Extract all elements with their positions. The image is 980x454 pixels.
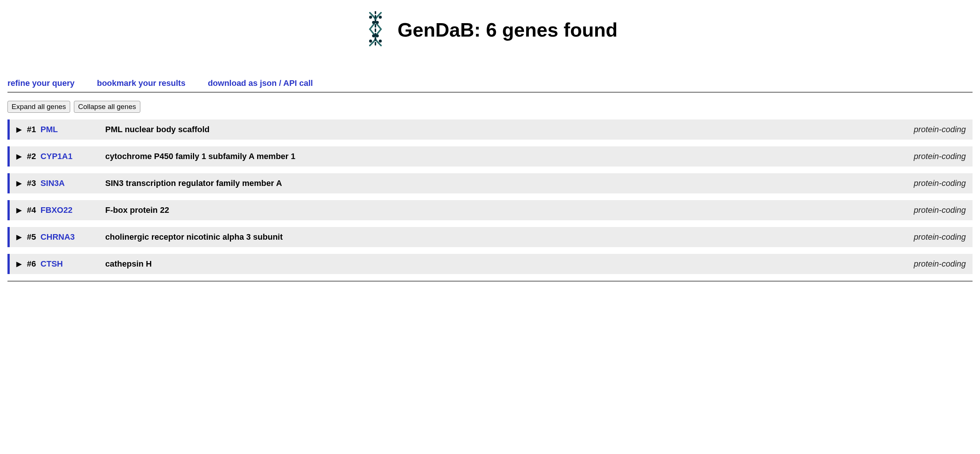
- gene-type: protein-coding: [914, 259, 966, 269]
- gene-type: protein-coding: [914, 125, 966, 134]
- svg-point-4: [376, 21, 379, 24]
- gene-type: protein-coding: [914, 178, 966, 188]
- gene-index: #1: [27, 125, 36, 134]
- gene-row[interactable]: ▶#5 CHRNA3cholinergic receptor nicotinic…: [8, 227, 972, 247]
- gene-index: #4: [27, 205, 36, 215]
- gene-description: F-box protein 22: [105, 205, 914, 215]
- svg-point-5: [369, 40, 372, 43]
- gene-index: #5: [27, 232, 36, 242]
- gene-row[interactable]: ▶#2 CYP1A1cytochrome P450 family 1 subfa…: [8, 147, 972, 167]
- disclosure-triangle-icon[interactable]: ▶: [16, 206, 22, 214]
- page-header: GenDaB: 6 genes found: [8, 11, 972, 49]
- expand-collapse-controls: Expand all genes Collapse all genes: [8, 101, 972, 113]
- disclosure-triangle-icon[interactable]: ▶: [16, 260, 22, 268]
- gene-index: #3: [27, 178, 36, 188]
- gene-index: #2: [27, 151, 36, 161]
- gene-symbol-link[interactable]: CTSH: [41, 259, 86, 269]
- gene-list: ▶#1 PMLPML nuclear body scaffoldprotein-…: [8, 119, 972, 274]
- gene-symbol-link[interactable]: CYP1A1: [41, 151, 86, 161]
- bottom-divider: [8, 281, 972, 282]
- svg-point-6: [379, 40, 382, 43]
- gene-description: cytochrome P450 family 1 subfamily A mem…: [105, 151, 914, 161]
- gene-description: SIN3 transcription regulator family memb…: [105, 178, 914, 188]
- bookmark-link[interactable]: bookmark your results: [97, 78, 186, 88]
- collapse-all-button[interactable]: Collapse all genes: [74, 101, 140, 113]
- gene-symbol-link[interactable]: CHRNA3: [41, 232, 86, 242]
- gene-symbol-link[interactable]: SIN3A: [41, 178, 86, 188]
- gene-type: protein-coding: [914, 151, 966, 161]
- expand-all-button[interactable]: Expand all genes: [8, 101, 70, 113]
- gene-row[interactable]: ▶#3 SIN3ASIN3 transcription regulator fa…: [8, 173, 972, 193]
- gene-description: cholinergic receptor nicotinic alpha 3 s…: [105, 232, 914, 242]
- gene-row[interactable]: ▶#6 CTSHcathepsin Hprotein-coding: [8, 254, 972, 274]
- gene-row[interactable]: ▶#4 FBXO22F-box protein 22protein-coding: [8, 200, 972, 220]
- download-json-link[interactable]: download as json / API call: [208, 78, 313, 88]
- disclosure-triangle-icon[interactable]: ▶: [16, 152, 22, 161]
- gene-row[interactable]: ▶#1 PMLPML nuclear body scaffoldprotein-…: [8, 119, 972, 140]
- svg-point-3: [372, 21, 375, 24]
- disclosure-triangle-icon[interactable]: ▶: [16, 126, 22, 134]
- disclosure-triangle-icon[interactable]: ▶: [16, 179, 22, 188]
- page-title: GenDaB: 6 genes found: [398, 19, 617, 41]
- gene-description: PML nuclear body scaffold: [105, 125, 914, 134]
- disclosure-triangle-icon[interactable]: ▶: [16, 233, 22, 241]
- gene-symbol-link[interactable]: FBXO22: [41, 205, 86, 215]
- svg-point-2: [379, 16, 382, 19]
- svg-point-1: [369, 16, 372, 19]
- refine-query-link[interactable]: refine your query: [8, 78, 75, 88]
- gene-type: protein-coding: [914, 232, 966, 242]
- gene-symbol-link[interactable]: PML: [41, 125, 86, 134]
- gene-description: cathepsin H: [105, 259, 914, 269]
- svg-point-8: [376, 34, 379, 37]
- action-links: refine your query bookmark your results …: [8, 78, 972, 92]
- svg-point-7: [372, 34, 375, 37]
- gene-index: #6: [27, 259, 36, 269]
- gene-type: protein-coding: [914, 205, 966, 215]
- logo-dna-icon: [363, 11, 388, 49]
